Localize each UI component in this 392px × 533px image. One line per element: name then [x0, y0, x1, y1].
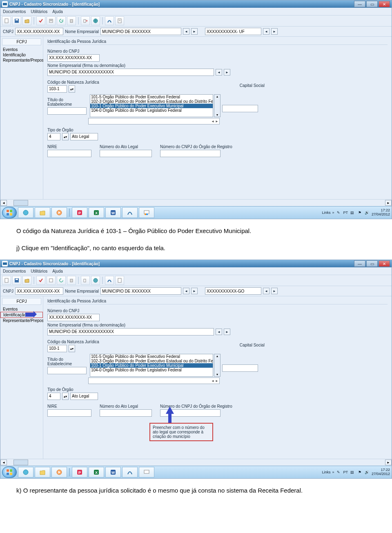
next2-icon[interactable]: ► [271, 288, 278, 294]
next2-icon[interactable]: ► [271, 28, 278, 35]
tray-net-icon[interactable]: ⚑ [357, 469, 363, 475]
toolbar-save-icon[interactable] [12, 276, 21, 285]
tray-links-label[interactable]: Links [322, 211, 330, 215]
hscroll-right-icon[interactable]: ► [385, 200, 392, 206]
task-paint-icon[interactable] [139, 207, 154, 218]
toolbar-save-icon[interactable] [12, 16, 21, 25]
nat-option-3[interactable]: 103-1 Órgão Público do Poder Executivo M… [90, 104, 213, 108]
nat-option-1[interactable]: 101-5 Órgão Público do Poder Executivo F… [90, 354, 213, 359]
titlebar[interactable]: CNPJ - Cadastro Sincronizado - [Identifi… [0, 260, 392, 267]
tray-pen-icon[interactable]: ✎ [336, 469, 341, 475]
task-paint-icon[interactable] [139, 467, 154, 477]
nat-option-1[interactable]: 101-5 Órgão Público do Poder Executivo F… [90, 95, 213, 99]
nire-input[interactable] [47, 150, 91, 157]
task-word-icon[interactable]: W [105, 467, 121, 477]
task-word-icon[interactable]: W [105, 207, 121, 218]
task-explorer-icon[interactable] [35, 467, 50, 477]
menu-utilitarios[interactable]: Utilitários [31, 269, 47, 273]
tipo-org-input[interactable]: 4 [47, 393, 60, 400]
tray-vol-icon[interactable]: 🔊 [364, 469, 370, 475]
sidebar-item-representante[interactable]: Representante/Prepos [0, 58, 43, 63]
prev2-icon[interactable]: ◄ [263, 288, 270, 294]
toolbar-doc-icon[interactable] [115, 276, 124, 285]
task-ie-icon[interactable] [18, 207, 33, 218]
hscroll-right-icon[interactable]: ► [385, 460, 392, 465]
tray-lang[interactable]: PT [343, 470, 348, 474]
next-icon[interactable]: ► [191, 288, 198, 294]
tipo-org-input[interactable]: 4 [47, 133, 60, 140]
window-hscroll[interactable]: ◄ ► [0, 459, 392, 466]
hscroll-thumb[interactable] [13, 200, 28, 206]
task-powerpoint-icon[interactable]: P [72, 467, 87, 477]
close-button[interactable]: ✕ [379, 1, 390, 7]
cod-nat-input[interactable]: 103-1 [47, 345, 67, 352]
sidebar-item-identificacao[interactable]: Identificação [0, 52, 43, 58]
nire-input[interactable] [47, 409, 91, 417]
nome-field[interactable] [100, 28, 181, 35]
start-button[interactable] [2, 207, 17, 218]
num-cnpj-input[interactable]: XX.XXX.XXX/XXXX-XX [47, 54, 100, 62]
toolbar-export-icon[interactable] [81, 276, 90, 285]
tray-lang[interactable]: PT [343, 211, 348, 215]
nome-emp-input[interactable]: MUNICIPIO DE XXXXXXXXXXXXX [47, 328, 214, 335]
minimize-button[interactable]: — [354, 1, 365, 7]
num-ato-input[interactable] [100, 409, 152, 417]
num-cnpj-input[interactable]: XX.XXX.XXX/XXXX-XX [47, 314, 100, 321]
toolbar-list-icon[interactable] [47, 276, 56, 285]
toolbar-new-icon[interactable] [2, 16, 11, 25]
tit-est-input[interactable] [47, 107, 87, 115]
minimize-button[interactable]: — [354, 260, 365, 267]
cnpj-field[interactable] [15, 28, 63, 35]
titlebar[interactable]: CNPJ - Cadastro Sincronizado - [Identifi… [0, 0, 392, 8]
prev2-icon[interactable]: ◄ [263, 28, 270, 35]
toolbar-globe-icon[interactable] [91, 16, 100, 25]
list-hscroll[interactable]: ◄ ► [88, 378, 220, 384]
maximize-button[interactable]: ▭ [366, 1, 378, 7]
task-excel-icon[interactable]: X [89, 207, 104, 218]
task-receita-icon[interactable] [122, 207, 138, 218]
prev-icon[interactable]: ◄ [183, 288, 189, 294]
toolbar-refresh-icon[interactable] [57, 276, 66, 285]
list-hscroll[interactable]: ◄ ► [88, 118, 220, 124]
num-reg-input[interactable] [160, 150, 220, 157]
menu-ajuda[interactable]: Ajuda [52, 9, 63, 14]
hscroll-left-icon[interactable]: ◄ [0, 200, 7, 206]
nat-option-3[interactable]: 103-1 Órgão Público do Poder Executivo M… [90, 363, 213, 368]
toolbar-refresh-icon[interactable] [57, 16, 66, 25]
nat-list[interactable]: 101-5 Órgão Público do Poder Executivo F… [90, 94, 213, 117]
tray-flag-icon[interactable]: ▤ [350, 469, 355, 475]
tipo-stepper-icon[interactable]: ▴▾ [62, 393, 69, 400]
seg-field[interactable] [205, 28, 261, 35]
task-excel-icon[interactable]: X [89, 467, 104, 477]
num-ato-input[interactable] [100, 150, 152, 157]
hscroll-thumb[interactable] [13, 460, 28, 465]
menu-documentos[interactable]: Documentos [3, 9, 26, 14]
hscroll-left-icon[interactable]: ◄ [0, 460, 7, 465]
tray-pen-icon[interactable]: ✎ [336, 210, 341, 215]
cod-nat-input[interactable]: 103-1 [47, 85, 67, 93]
capital-input[interactable] [222, 105, 258, 112]
toolbar-open-icon[interactable] [22, 276, 31, 285]
menu-documentos[interactable]: Documentos [3, 269, 26, 273]
prev-icon[interactable]: ◄ [183, 28, 189, 35]
stepper-icon[interactable]: ▴▾ [69, 85, 75, 93]
task-receita-icon[interactable] [122, 467, 138, 477]
tray-flag-icon[interactable]: ▤ [350, 210, 355, 215]
toolbar-trash-icon[interactable] [67, 16, 76, 25]
list-scrollbar[interactable]: ▴▾ [214, 354, 220, 377]
seg-field[interactable] [205, 287, 261, 295]
name-prev-icon[interactable]: ◄ [216, 329, 222, 335]
tit-est-input[interactable] [47, 367, 87, 374]
toolbar-new-icon[interactable] [2, 276, 11, 285]
name-next-icon[interactable]: ► [224, 69, 230, 76]
sidebar-item-identificacao[interactable]: Identificação [0, 312, 43, 318]
nat-option-2[interactable]: 102-3 Órgão Público do Poder Executivo E… [90, 359, 213, 363]
task-media-icon[interactable] [51, 467, 67, 477]
task-media-icon[interactable] [51, 207, 67, 218]
nat-option-2[interactable]: 102-3 Órgão Público do Poder Executivo E… [90, 99, 213, 104]
toolbar-check-icon[interactable] [36, 276, 45, 285]
toolbar-open-icon[interactable] [22, 16, 31, 25]
toolbar-receita-icon[interactable] [105, 276, 114, 285]
nat-option-4[interactable]: 104-0 Órgão Público do Poder Legislativo… [90, 368, 213, 372]
menu-ajuda[interactable]: Ajuda [52, 269, 63, 273]
